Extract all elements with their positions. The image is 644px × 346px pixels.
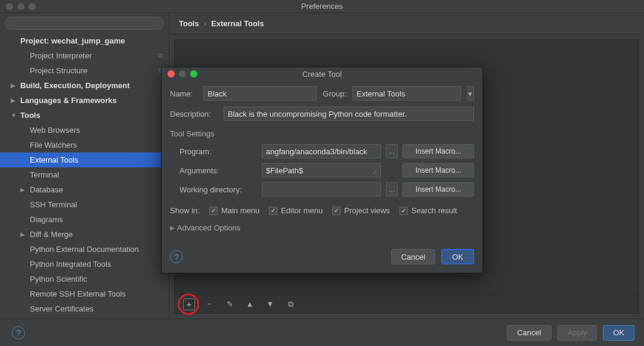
name-input[interactable] bbox=[203, 86, 317, 101]
group-select[interactable] bbox=[352, 86, 461, 101]
sidebar-item-diff-merge[interactable]: ▶Diff & Merge bbox=[0, 227, 169, 242]
check-label: Editor menu bbox=[281, 206, 323, 215]
show-in-check-search-result[interactable]: ✓Search result bbox=[400, 206, 457, 215]
breadcrumb-current: External Tools bbox=[211, 19, 264, 28]
zoom-window-button[interactable] bbox=[29, 3, 36, 10]
minimize-window-button[interactable] bbox=[17, 3, 24, 10]
show-in-check-project-views[interactable]: ✓Project views bbox=[332, 206, 390, 215]
sidebar-item-label: Server Certificates bbox=[30, 304, 94, 313]
edit-button[interactable]: ✎ bbox=[224, 298, 236, 310]
footer-left: ? bbox=[10, 326, 25, 339]
show-in-row: Show in: ✓Main menu✓Editor menu✓Project … bbox=[170, 206, 474, 215]
working-directory-browse-button[interactable]: … bbox=[386, 182, 398, 197]
chevron-right-icon: ▶ bbox=[170, 225, 175, 231]
dialog-zoom-button[interactable] bbox=[190, 70, 197, 77]
sidebar-item-server-certificates[interactable]: Server Certificates bbox=[0, 301, 169, 316]
sidebar-item-label: Diagrams bbox=[30, 215, 63, 224]
sidebar-item-tools[interactable]: ▼Tools bbox=[0, 108, 169, 123]
sidebar-item-project-structure[interactable]: Project Structure⧉ bbox=[0, 63, 169, 78]
sidebar-item-label: Project Structure bbox=[30, 66, 88, 75]
program-input[interactable] bbox=[262, 144, 381, 158]
breadcrumb-root: Tools bbox=[179, 19, 199, 28]
sidebar-item-remote-ssh-external-tools[interactable]: Remote SSH External Tools bbox=[0, 286, 169, 301]
dialog-footer-row: ? Cancel OK bbox=[170, 249, 474, 264]
sidebar-item-label: Python Scientific bbox=[30, 275, 87, 283]
sidebar-item-python-external-documentation[interactable]: Python External Documentation bbox=[0, 242, 169, 257]
search-container: ⌕ bbox=[0, 13, 169, 33]
working-directory-input[interactable] bbox=[262, 182, 381, 197]
window-titlebar: Preferences bbox=[0, 0, 644, 13]
arguments-input[interactable] bbox=[262, 163, 381, 177]
name-group-row: Name: Group: ▾ bbox=[170, 86, 474, 101]
sidebar-item-python-integrated-tools[interactable]: Python Integrated Tools bbox=[0, 257, 169, 272]
window-traffic-lights bbox=[0, 3, 36, 10]
sidebar-item-label: Build, Execution, Deployment bbox=[20, 81, 129, 90]
preferences-tree[interactable]: Project: wechat_jump_gameProject Interpr… bbox=[0, 33, 169, 319]
tree-arrow-icon: ▶ bbox=[20, 186, 27, 193]
sidebar-item-label: External Tools bbox=[30, 155, 78, 164]
sidebar-item-web-browsers[interactable]: Web Browsers bbox=[0, 123, 169, 138]
breadcrumb-separator: › bbox=[204, 19, 206, 28]
show-in-check-main-menu[interactable]: ✓Main menu bbox=[209, 206, 259, 215]
sidebar-item-label: Web Browsers bbox=[30, 126, 80, 135]
sidebar-item-ssh-terminal[interactable]: SSH Terminal bbox=[0, 197, 169, 212]
copy-settings-icon: ⧉ bbox=[158, 52, 163, 60]
preferences-sidebar: ⌕ Project: wechat_jump_gameProject Inter… bbox=[0, 13, 169, 319]
dialog-footer: ? Cancel Apply OK bbox=[0, 319, 644, 346]
list-toolbar: + − ✎ ▲ ▼ ⧉ bbox=[175, 294, 639, 313]
tool-settings-grid: Program: … Insert Macro... Arguments: ⤢ … bbox=[179, 144, 474, 197]
show-in-check-editor-menu[interactable]: ✓Editor menu bbox=[269, 206, 323, 215]
program-insert-macro-button[interactable]: Insert Macro... bbox=[402, 144, 474, 158]
create-tool-dialog: Create Tool Name: Group: ▾ Description: … bbox=[161, 67, 483, 273]
apply-button[interactable]: Apply bbox=[558, 325, 597, 341]
sidebar-item-file-watchers[interactable]: File Watchers bbox=[0, 138, 169, 152]
close-window-button[interactable] bbox=[6, 3, 13, 10]
sidebar-item-external-tools[interactable]: External Tools bbox=[0, 152, 169, 167]
dialog-body: Name: Group: ▾ Description: Tool Setting… bbox=[162, 80, 482, 273]
help-button[interactable]: ? bbox=[12, 326, 25, 339]
copy-button[interactable]: ⧉ bbox=[284, 298, 296, 310]
remove-button[interactable]: − bbox=[203, 298, 215, 310]
move-up-button[interactable]: ▲ bbox=[244, 298, 256, 310]
sidebar-item-label: Python Integrated Tools bbox=[30, 260, 111, 269]
tree-arrow-icon: ▼ bbox=[11, 112, 18, 119]
advanced-options-toggle[interactable]: ▶ Advanced Options bbox=[170, 223, 474, 232]
sidebar-item-terminal[interactable]: Terminal bbox=[0, 167, 169, 182]
dialog-cancel-button[interactable]: Cancel bbox=[391, 249, 435, 264]
program-label: Program: bbox=[179, 147, 257, 156]
add-button[interactable]: + bbox=[183, 298, 195, 310]
dialog-minimize-button[interactable] bbox=[179, 70, 186, 77]
sidebar-item-label: Python External Documentation bbox=[30, 245, 139, 254]
tree-arrow-icon: ▶ bbox=[11, 82, 18, 89]
sidebar-item-diagrams[interactable]: Diagrams bbox=[0, 212, 169, 227]
cancel-button[interactable]: Cancel bbox=[507, 325, 551, 341]
dialog-traffic-lights bbox=[162, 70, 197, 77]
name-label: Name: bbox=[170, 89, 197, 98]
search-input[interactable] bbox=[5, 17, 164, 30]
dialog-ok-button[interactable]: OK bbox=[441, 249, 474, 264]
sidebar-item-label: Project Interpreter bbox=[30, 51, 92, 60]
dialog-help-button[interactable]: ? bbox=[170, 250, 183, 263]
group-dropdown-arrow[interactable]: ▾ bbox=[467, 86, 474, 101]
sidebar-item-database[interactable]: ▶Database bbox=[0, 182, 169, 197]
arguments-insert-macro-button[interactable]: Insert Macro... bbox=[402, 163, 474, 177]
sidebar-item-python-scientific[interactable]: Python Scientific bbox=[0, 272, 169, 286]
check-label: Search result bbox=[411, 206, 457, 215]
move-down-button[interactable]: ▼ bbox=[264, 298, 276, 310]
ok-button[interactable]: OK bbox=[603, 325, 634, 341]
program-browse-button[interactable]: … bbox=[386, 144, 398, 158]
checkbox-icon: ✓ bbox=[400, 207, 408, 215]
dialog-close-button[interactable] bbox=[168, 70, 175, 77]
sidebar-item-label: SSH Terminal bbox=[30, 200, 77, 209]
sidebar-project-header[interactable]: Project: wechat_jump_game bbox=[0, 33, 169, 48]
advanced-options-label: Advanced Options bbox=[177, 223, 240, 232]
check-label: Project views bbox=[344, 206, 390, 215]
checkbox-icon: ✓ bbox=[269, 207, 277, 215]
sidebar-item-project-interpreter[interactable]: Project Interpreter⧉ bbox=[0, 48, 169, 63]
sidebar-item-build-execution-deployment[interactable]: ▶Build, Execution, Deployment bbox=[0, 78, 169, 93]
description-input[interactable] bbox=[224, 107, 474, 121]
sidebar-item-languages-frameworks[interactable]: ▶Languages & Frameworks bbox=[0, 93, 169, 108]
working-directory-insert-macro-button[interactable]: Insert Macro... bbox=[402, 182, 474, 197]
tree-arrow-icon: ▶ bbox=[11, 97, 18, 104]
tool-settings-heading: Tool Settings bbox=[170, 129, 474, 138]
